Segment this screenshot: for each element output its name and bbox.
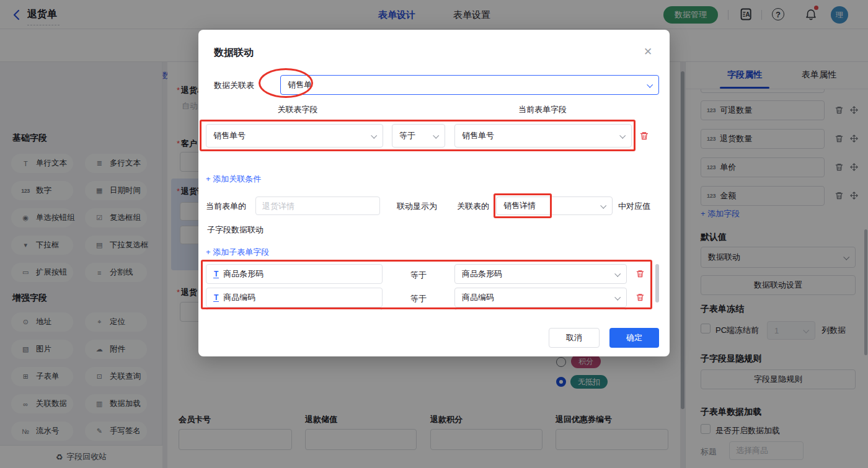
chevron-down-icon <box>600 202 606 208</box>
chevron-down-icon <box>647 81 653 87</box>
chevron-down-icon <box>614 294 621 300</box>
confirm-button[interactable]: 确定 <box>609 328 659 348</box>
condition-left-select[interactable]: 销售单号 <box>206 124 383 148</box>
map-suffix-label: 中对应值 <box>618 201 650 212</box>
relation-table-select[interactable]: 销售单 <box>280 75 659 95</box>
map-rel-select[interactable]: 销售详情 <box>496 196 613 215</box>
column-header-right: 当前表单字段 <box>480 104 604 115</box>
delete-condition-icon[interactable] <box>639 131 649 141</box>
subrow-right-select[interactable] <box>454 309 627 310</box>
map-middle-label: 联动显示为 <box>397 201 437 212</box>
subrow-left-field[interactable] <box>206 309 383 310</box>
map-input-wrap <box>255 196 380 215</box>
chevron-down-icon <box>614 270 621 276</box>
subfield-rows-scroll: T商品条形码 等于 商品条形码 T商品编码 等于 商品编码 <box>202 261 660 310</box>
modal-title: 数据联动 <box>214 46 254 60</box>
add-subfield-link[interactable]: + 添加子表单字段 <box>206 247 269 258</box>
condition-operator-select[interactable]: 等于 <box>392 124 445 148</box>
subfield-scrollbar[interactable] <box>655 264 659 302</box>
chevron-down-icon <box>433 132 439 138</box>
map-rel-label: 关联表的 <box>457 201 489 212</box>
chevron-down-icon <box>619 132 626 138</box>
data-linkage-modal: 数据联动 ✕ 数据关联表 销售单 关联表字段 当前表单字段 销售单号 等于 销售… <box>198 30 670 356</box>
subrow-operator: 等于 <box>410 293 427 304</box>
condition-right-select[interactable]: 销售单号 <box>454 124 632 148</box>
subrow-right-select[interactable]: 商品条形码 <box>454 264 627 284</box>
column-header-left: 关联表字段 <box>236 104 360 115</box>
relation-table-label: 数据关联表 <box>214 80 254 91</box>
map-field-input[interactable] <box>255 196 380 215</box>
add-condition-link[interactable]: + 添加关联条件 <box>206 174 261 185</box>
subrow-right-select[interactable]: 商品编码 <box>454 288 627 307</box>
delete-subrow-icon[interactable] <box>636 293 645 302</box>
subrow-operator: 等于 <box>410 270 427 281</box>
chevron-down-icon <box>371 132 377 138</box>
subrow-left-field[interactable]: T商品条形码 <box>206 264 383 284</box>
cancel-button[interactable]: 取消 <box>549 328 600 348</box>
app-root: 退货单 表单设计 表单设置 数据管理 A ? 理 表单外链 后端脚本 数据权限 <box>0 0 868 468</box>
subfield-section-title: 子字段数据联动 <box>207 224 264 236</box>
subrow-left-field[interactable]: T商品编码 <box>206 288 383 307</box>
text-field-icon: T <box>213 270 219 278</box>
close-icon[interactable]: ✕ <box>644 45 652 58</box>
map-prefix-label: 当前表单的 <box>206 201 246 212</box>
text-field-icon: T <box>213 294 219 302</box>
delete-subrow-icon[interactable] <box>636 269 645 278</box>
